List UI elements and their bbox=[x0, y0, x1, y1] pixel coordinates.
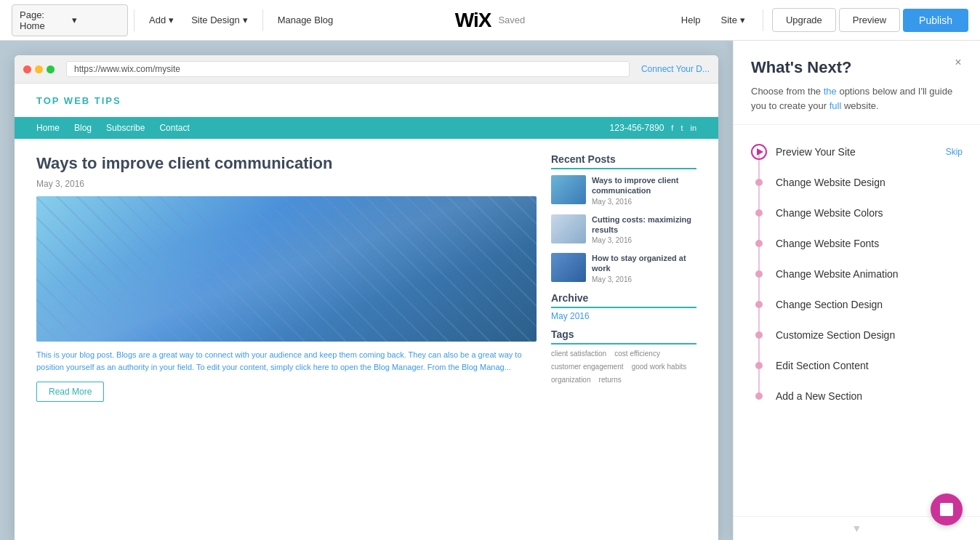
page-selector-label: Page: Home bbox=[20, 9, 68, 31]
archive-title: Archive bbox=[551, 292, 696, 308]
dot-yellow bbox=[35, 65, 43, 73]
whats-next-panel: What's Next? Choose from the the options… bbox=[733, 41, 980, 540]
site-design-chevron: ▾ bbox=[243, 15, 248, 25]
floating-btn-inner bbox=[940, 503, 953, 516]
toolbar-right: Help Site ▾ Upgrade Preview Publish bbox=[672, 8, 968, 32]
step-add-section[interactable]: Add a New Section bbox=[734, 381, 980, 411]
nav-contact[interactable]: Contact bbox=[159, 123, 189, 133]
social-facebook-icon[interactable]: f bbox=[671, 124, 673, 132]
step-preview[interactable]: Preview Your Site Skip bbox=[734, 137, 980, 167]
upgrade-button[interactable]: Upgrade bbox=[772, 8, 836, 32]
post-info-3: How to stay organized at work May 3, 201… bbox=[592, 253, 696, 283]
step-circle-customize-section bbox=[755, 331, 763, 339]
blog-image bbox=[36, 196, 537, 342]
post-info-2: Cutting costs: maximizing results May 3,… bbox=[592, 214, 696, 245]
step-circle-colors bbox=[755, 209, 763, 217]
step-edit-section[interactable]: Edit Section Content bbox=[734, 350, 980, 381]
page-selector-chevron: ▾ bbox=[72, 15, 120, 25]
site-design-menu[interactable]: Site Design ▾ bbox=[182, 10, 256, 30]
step-design[interactable]: Change Website Design bbox=[734, 167, 980, 198]
step-dot-edit-section bbox=[751, 358, 767, 374]
page-selector[interactable]: Page: Home ▾ bbox=[12, 4, 128, 36]
step-customize-section[interactable]: Customize Section Design bbox=[734, 320, 980, 350]
site-design-label: Site Design bbox=[191, 15, 239, 25]
post-thumb-2 bbox=[551, 214, 586, 243]
manage-blog-button[interactable]: Manage Blog bbox=[269, 10, 342, 30]
post-title-1: Ways to improve client communication bbox=[592, 175, 696, 196]
connect-link[interactable]: Connect Your D... bbox=[641, 64, 710, 74]
post-info-1: Ways to improve client communication May… bbox=[592, 175, 696, 206]
panel-header: What's Next? Choose from the the options… bbox=[734, 41, 980, 125]
dot-green bbox=[47, 65, 55, 73]
url-bar[interactable]: https://www.wix.com/mysite bbox=[66, 61, 630, 77]
archive-may-2016[interactable]: May 2016 bbox=[551, 311, 696, 321]
tag-cost-efficiency[interactable]: cost efficiency bbox=[614, 350, 660, 358]
site-nav-right: 123-456-7890 f t in bbox=[610, 123, 696, 133]
highlight-full: full bbox=[830, 100, 842, 111]
toolbar-divider-1 bbox=[134, 9, 134, 31]
step-dot-customize-section bbox=[751, 327, 767, 343]
preview-button[interactable]: Preview bbox=[839, 8, 900, 32]
tags-list: client satisfaction cost efficiency cust… bbox=[551, 347, 696, 387]
site-body: Ways to improve client communication May… bbox=[15, 139, 718, 416]
step-circle-section-design bbox=[755, 301, 763, 308]
steps-list: Preview Your Site Skip Change Website De… bbox=[734, 137, 980, 411]
social-twitter-icon[interactable]: t bbox=[680, 124, 683, 132]
help-button[interactable]: Help bbox=[672, 10, 710, 30]
site-nav: Home Blog Subscribe Contact 123-456-7890… bbox=[15, 117, 718, 139]
site-menu[interactable]: Site ▾ bbox=[712, 10, 754, 30]
nav-subscribe[interactable]: Subscribe bbox=[106, 123, 145, 133]
tag-customer-engagement[interactable]: customer engagement bbox=[551, 363, 624, 371]
tag-good-work-habits[interactable]: good work habits bbox=[632, 363, 687, 371]
step-label-edit-section: Edit Section Content bbox=[776, 360, 963, 371]
step-skip-preview[interactable]: Skip bbox=[946, 147, 963, 157]
add-menu[interactable]: Add ▾ bbox=[140, 10, 182, 30]
recent-posts-title: Recent Posts bbox=[551, 153, 696, 169]
blog-image-inner bbox=[36, 196, 537, 342]
step-dot-colors bbox=[751, 205, 767, 221]
nav-home[interactable]: Home bbox=[36, 123, 60, 133]
tag-organization[interactable]: organization bbox=[551, 376, 590, 384]
step-dot-animation bbox=[751, 266, 767, 282]
step-dot-fonts bbox=[751, 235, 767, 251]
site-nav-links: Home Blog Subscribe Contact bbox=[36, 123, 190, 133]
nav-blog[interactable]: Blog bbox=[74, 123, 92, 133]
step-section-design[interactable]: Change Section Design bbox=[734, 289, 980, 320]
step-fonts[interactable]: Change Website Fonts bbox=[734, 228, 980, 259]
post-date-2: May 3, 2016 bbox=[592, 236, 696, 244]
step-circle-edit-section bbox=[755, 362, 763, 369]
post-date-1: May 3, 2016 bbox=[592, 198, 696, 206]
recent-post-2: Cutting costs: maximizing results May 3,… bbox=[551, 214, 696, 245]
tag-client-satisfaction[interactable]: client satisfaction bbox=[551, 350, 606, 358]
close-button[interactable]: × bbox=[949, 54, 967, 71]
saved-status: Saved bbox=[498, 15, 525, 25]
post-thumb-3 bbox=[551, 253, 586, 282]
add-chevron: ▾ bbox=[169, 15, 174, 25]
step-animation[interactable]: Change Website Animation bbox=[734, 259, 980, 289]
step-dot-preview bbox=[751, 144, 767, 160]
blog-title: Ways to improve client communication bbox=[36, 153, 537, 174]
post-date-3: May 3, 2016 bbox=[592, 275, 696, 283]
dot-red bbox=[23, 65, 31, 73]
browser-preview: https://www.wix.com/mysite Connect Your … bbox=[0, 41, 733, 540]
floating-action-button[interactable] bbox=[931, 493, 963, 525]
site-brand-header: TOP WEB TIPS bbox=[15, 84, 718, 117]
publish-button[interactable]: Publish bbox=[903, 9, 968, 32]
site-phone: 123-456-7890 bbox=[610, 123, 664, 133]
blog-date: May 3, 2016 bbox=[36, 179, 537, 189]
step-colors[interactable]: Change Website Colors bbox=[734, 198, 980, 228]
main-content: https://www.wix.com/mysite Connect Your … bbox=[0, 41, 980, 540]
site-label: Site bbox=[721, 15, 737, 25]
step-label-preview: Preview Your Site bbox=[776, 146, 937, 158]
step-dot-add-section bbox=[751, 388, 767, 404]
step-label-add-section: Add a New Section bbox=[776, 390, 963, 402]
step-circle-animation bbox=[755, 270, 763, 278]
scroll-down-icon: ▼ bbox=[852, 523, 862, 534]
read-more-button[interactable]: Read More bbox=[36, 382, 104, 402]
site-content: TOP WEB TIPS Home Blog Subscribe Contact… bbox=[15, 84, 718, 540]
social-linkedin-icon[interactable]: in bbox=[690, 124, 696, 132]
browser-window: https://www.wix.com/mysite Connect Your … bbox=[15, 55, 718, 540]
tags-title: Tags bbox=[551, 329, 696, 344]
post-title-3: How to stay organized at work bbox=[592, 253, 696, 274]
tag-returns[interactable]: returns bbox=[599, 376, 622, 384]
